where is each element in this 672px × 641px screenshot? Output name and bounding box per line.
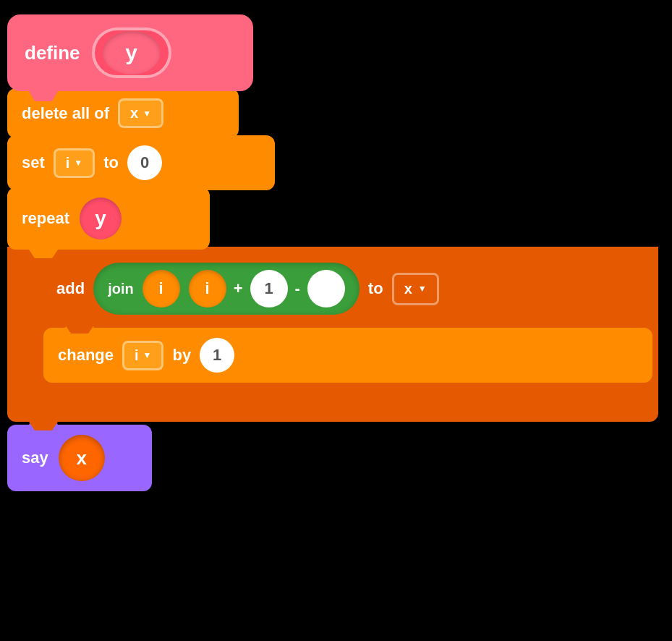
set-to-label: to [103, 153, 119, 172]
define-oval: y [92, 27, 171, 78]
join-i1[interactable]: i [143, 270, 180, 307]
change-by-label: by [172, 346, 191, 365]
say-param[interactable]: x [59, 435, 105, 481]
say-label: say [22, 449, 48, 467]
delete-label: delete all of [22, 104, 109, 123]
add-dropdown-arrow: ▼ [418, 284, 427, 294]
join-pill: join i i + 1 - [93, 263, 360, 315]
delete-dropdown-arrow: ▼ [143, 109, 151, 119]
join-empty[interactable] [307, 270, 345, 307]
change-dropdown-arrow: ▼ [143, 350, 152, 360]
set-variable-label: i [66, 155, 70, 171]
set-dropdown-arrow: ▼ [74, 158, 82, 168]
add-variable-dropdown[interactable]: x ▼ [392, 273, 439, 305]
add-label: add [56, 279, 85, 298]
repeat-param: y [80, 198, 122, 239]
delete-variable-dropdown[interactable]: x ▼ [118, 98, 163, 128]
minus-label: - [295, 279, 300, 298]
change-variable-dropdown[interactable]: i ▼ [122, 341, 163, 370]
set-variable-dropdown[interactable]: i ▼ [54, 148, 95, 178]
plus-label: + [234, 279, 243, 298]
add-to-label: to [368, 279, 383, 298]
blocks-container: define y delete all of x ▼ set i ▼ to 0 … [7, 14, 658, 491]
say-block: say x [7, 425, 152, 491]
add-variable-label: x [404, 281, 412, 297]
repeat-label: repeat [22, 209, 69, 228]
change-label: change [58, 346, 114, 365]
join-i2[interactable]: i [189, 270, 226, 307]
change-variable-label: i [135, 347, 139, 364]
define-block: define y [7, 14, 253, 91]
change-block: change i ▼ by 1 [43, 328, 652, 383]
loop-back-arrow: ↺ [43, 383, 652, 416]
define-param: y [103, 31, 161, 75]
set-value[interactable]: 0 [127, 145, 162, 180]
delete-variable-label: x [130, 105, 138, 122]
repeat-inner-container: add join i i + 1 - [7, 247, 658, 422]
join-one[interactable]: 1 [250, 270, 288, 307]
join-label: join [108, 281, 134, 297]
define-label: define [25, 42, 80, 64]
set-label: set [22, 153, 45, 172]
add-block: add join i i + 1 - [43, 252, 652, 325]
change-value[interactable]: 1 [200, 338, 234, 373]
